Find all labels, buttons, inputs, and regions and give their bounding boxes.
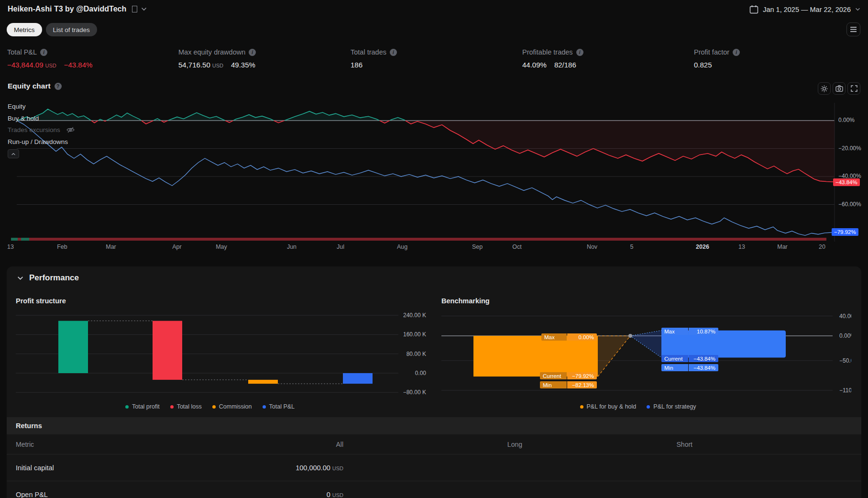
page-title: Heiken-Ashi T3 by @DaviddTech <box>8 5 126 13</box>
profit-structure-chart[interactable]: 240.00 K160.00 K80.00 K0.00−80.00 K <box>16 307 427 398</box>
x-tick-label: Apr <box>172 243 181 250</box>
legend-trades-excursions[interactable]: Trades excursions <box>8 126 75 133</box>
strategy-max-label: Max 10.87% <box>661 328 718 335</box>
x-tick-label: Jul <box>337 243 344 250</box>
col-long: Long <box>427 441 522 448</box>
currency-label: USD <box>332 492 343 498</box>
legend-runup-drawdowns[interactable]: Run-up / Drawdowns <box>8 138 68 145</box>
metric-label: Profitable trades <box>522 48 573 56</box>
table-row-open-pl: Open P&L 0USD <box>7 481 861 498</box>
metric-label: Max equity drawdown <box>178 48 245 56</box>
info-icon[interactable]: i <box>249 49 256 56</box>
row-metric-label: Open P&L <box>16 491 48 498</box>
date-range-picker[interactable]: Jan 1, 2025 — Mar 22, 2026 <box>749 5 860 14</box>
row-all-value: 0USD <box>219 491 343 498</box>
help-icon[interactable]: ? <box>55 83 62 90</box>
strategy-price-badge: −43.84% <box>833 178 860 186</box>
chart-settings-button[interactable] <box>818 82 831 95</box>
strategy-min-label: Min −43.84% <box>661 364 718 371</box>
collapse-legend-button[interactable] <box>8 149 19 158</box>
equity-x-axis[interactable]: 13FebMarAprMayJunJulAugSepOctNov5202613M… <box>0 243 868 251</box>
col-all: All <box>219 441 343 448</box>
col-short: Short <box>597 441 692 448</box>
layout-settings-button[interactable] <box>846 22 860 36</box>
legend-runup-drawdowns-label: Run-up / Drawdowns <box>8 138 68 145</box>
returns-section-header: Returns <box>7 417 861 434</box>
benchmarking-canvas[interactable]: 40.00%0.00%−50.00%−110.00% <box>441 307 851 398</box>
x-tick-label: Sep <box>472 243 483 250</box>
metric-max-equity-drawdown: Max equity drawdowni54,716.50USD49.35% <box>178 48 256 69</box>
profit-structure-canvas[interactable]: 240.00 K160.00 K80.00 K0.00−80.00 K <box>16 307 427 398</box>
x-tick-label: Aug <box>397 243 407 250</box>
stat-key: Current <box>661 355 688 362</box>
benchmarking-legend: P&L for buy & hold P&L for strategy <box>441 403 835 410</box>
chevron-up-icon <box>11 153 16 155</box>
legend-pl-strategy: P&L for strategy <box>647 403 696 410</box>
strategy-title-dropdown[interactable]: Heiken-Ashi T3 by @DaviddTech <box>8 5 147 13</box>
tab-metrics[interactable]: Metrics <box>7 23 42 36</box>
equity-chart-canvas[interactable] <box>0 96 868 255</box>
svg-text:0.00: 0.00 <box>415 370 427 376</box>
x-tick-label: Mar <box>106 243 116 250</box>
x-tick-label: May <box>216 243 227 250</box>
legend-label: P&L for buy & hold <box>587 403 637 410</box>
strategy-tester-page: { "header": { "title": "Heiken-Ashi T3 b… <box>0 0 868 498</box>
equity-chart-area[interactable]: Equity Buy & hold Trades excursions Run-… <box>0 96 868 255</box>
buyhold-current-label: Current −79.92% <box>540 372 597 379</box>
svg-text:80.00 K: 80.00 K <box>407 351 426 357</box>
legend-label: P&L for strategy <box>653 403 696 410</box>
fullscreen-button[interactable] <box>847 82 860 95</box>
legend-equity[interactable]: Equity <box>8 103 26 110</box>
currency-label: USD <box>45 63 56 68</box>
buyhold-price-badge: −79.92% <box>832 228 858 236</box>
info-icon[interactable]: i <box>390 49 397 56</box>
info-icon[interactable]: i <box>40 49 47 56</box>
x-tick-label: 13 <box>738 243 745 250</box>
metric-label: Profit factor <box>694 48 729 56</box>
stat-value: −82.13% <box>567 381 597 388</box>
benchmarking-title: Benchmarking <box>441 297 490 305</box>
x-tick-label: 5 <box>630 243 634 250</box>
metric-value: 44.09% <box>522 61 547 69</box>
legend-dot <box>170 405 174 409</box>
metric-profit-factor: Profit factori0.825 <box>694 48 740 69</box>
legend-total-profit: Total profit <box>125 403 160 410</box>
metric-extra-value: 49.35% <box>231 61 255 69</box>
calendar-icon <box>749 5 758 14</box>
y-tick-label: −20.00% <box>838 145 861 152</box>
legend-buy-and-hold[interactable]: Buy & hold <box>8 115 39 122</box>
svg-text:−110.00%: −110.00% <box>839 387 851 394</box>
returns-table-header: Metric All Long Short <box>7 434 861 454</box>
stat-key: Current <box>540 372 567 379</box>
legend-label: Commission <box>219 403 252 410</box>
benchmarking-chart[interactable]: 40.00%0.00%−50.00%−110.00% Max 0.00% Cur… <box>441 307 851 398</box>
tab-list-of-trades[interactable]: List of trades <box>46 23 97 36</box>
eye-off-icon[interactable] <box>66 126 75 133</box>
chevron-down-icon <box>17 276 23 280</box>
svg-text:−80.00 K: −80.00 K <box>403 389 426 396</box>
x-tick-label: 2026 <box>696 243 709 250</box>
metric-label: Total trades <box>351 48 386 56</box>
performance-section-toggle[interactable]: Performance <box>17 273 79 283</box>
strategy-current-label: Current −43.84% <box>661 355 718 362</box>
metric-label: Total P&L <box>7 48 37 56</box>
info-icon[interactable]: i <box>733 49 740 56</box>
table-row-initial-capital: Initial capital 100,000.00USD <box>7 454 861 481</box>
currency-label: USD <box>332 465 343 471</box>
info-icon[interactable]: i <box>576 49 583 56</box>
performance-title: Performance <box>29 273 79 283</box>
metric-extra-value: −43.84% <box>64 61 93 69</box>
svg-text:240.00 K: 240.00 K <box>403 312 426 319</box>
y-tick-label: 0.00% <box>838 117 855 123</box>
returns-title: Returns <box>16 422 42 430</box>
currency-label: USD <box>212 63 223 68</box>
legend-dot <box>647 405 650 409</box>
x-tick-label: 20 <box>819 243 825 250</box>
missing-glyph-badge <box>132 6 137 12</box>
x-tick-label: 13 <box>7 243 14 250</box>
stat-value: 0.00% <box>567 333 597 341</box>
legend-dot <box>212 405 216 409</box>
snapshot-button[interactable] <box>833 82 846 95</box>
profit-structure-legend: Total profit Total loss Commission Total… <box>16 403 404 410</box>
x-tick-label: Jun <box>287 243 297 250</box>
